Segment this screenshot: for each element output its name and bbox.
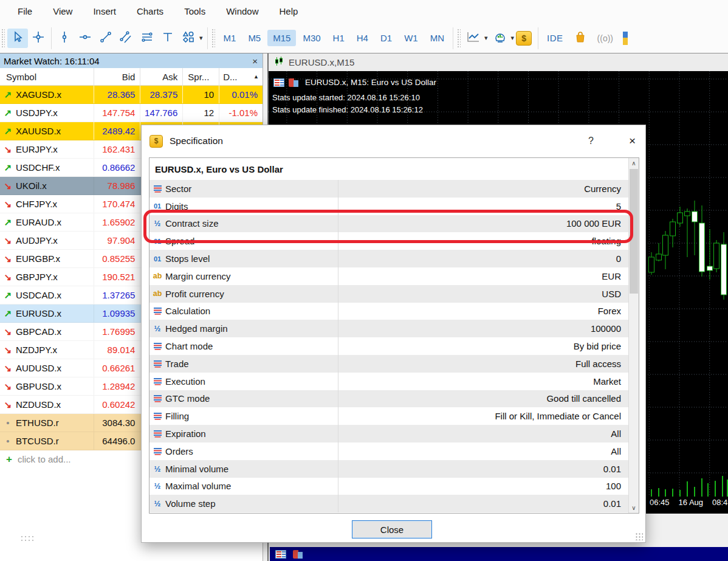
horizontal-line-tool-button[interactable] (75, 29, 95, 48)
chevron-down-icon[interactable]: ▾ (484, 34, 488, 42)
bid-cell: 3084.30 (94, 414, 141, 432)
crosshair-tool-button[interactable] (28, 29, 49, 48)
dialog-scrollbar[interactable]: ∧ ∨ (628, 158, 639, 513)
help-button[interactable]: ? (588, 136, 594, 146)
timeframe-mn-button[interactable]: MN (425, 30, 450, 46)
second-chart-titlebar[interactable] (270, 547, 728, 561)
tester-button[interactable] (490, 29, 510, 48)
market-watch-row[interactable]: ↗XAGUSD.x28.36528.375100.01% (0, 86, 263, 104)
column-symbol[interactable]: Symbol (0, 68, 94, 85)
cursor-tool-button[interactable] (7, 29, 28, 48)
spec-label: Spread (165, 236, 338, 246)
spec-row-chart-mode[interactable]: Chart modeBy bid price (149, 337, 628, 355)
menu-file[interactable]: File (7, 0, 43, 23)
timeframe-m30-button[interactable]: M30 (297, 30, 326, 46)
panel-resize-grip[interactable] (20, 535, 36, 543)
menu-help[interactable]: Help (269, 0, 309, 23)
list-icon (149, 394, 165, 402)
spec-row-gtc-mode[interactable]: GTC modeGood till cancelled (149, 390, 628, 408)
spec-row-minimal-volume[interactable]: ½Minimal volume0.01 (149, 460, 628, 478)
scroll-up-icon[interactable]: ∧ (629, 158, 639, 168)
spec-row-stops-level[interactable]: 01Stops level0 (149, 250, 628, 267)
close-icon[interactable]: × (252, 57, 258, 66)
chart-tab[interactable]: EURUSD.x,M15 (269, 53, 728, 71)
chart-type-button[interactable] (463, 29, 484, 48)
timeframe-h1-button[interactable]: H1 (328, 30, 350, 46)
toolbar-drag-handle[interactable] (457, 29, 461, 48)
bid-cell: 190.521 (94, 268, 141, 286)
spec-row-hedged-margin[interactable]: ½Hedged margin100000 (149, 320, 628, 337)
toolbar-drag-handle[interactable] (1, 29, 5, 48)
fraction-icon: ½ (149, 499, 165, 508)
shapes-tool-button[interactable] (178, 29, 199, 48)
column-bid[interactable]: Bid (94, 68, 141, 85)
spec-label: Minimal volume (165, 464, 338, 474)
dialog-titlebar[interactable]: $ Specification ? × (142, 125, 645, 157)
crosshair-icon (32, 30, 45, 46)
symbol-cell: GBPUSD.x (16, 377, 94, 395)
spec-label: GTC mode (165, 393, 338, 404)
spec-row-filling[interactable]: FillingFill or Kill, Immediate or Cancel (149, 407, 628, 425)
list-icon (149, 412, 165, 420)
time-axis[interactable]: 06:45 16 Aug 08:45 (650, 498, 728, 507)
symbol-cell: ETHUSD.r (16, 414, 94, 432)
menu-insert[interactable]: Insert (83, 0, 126, 23)
spec-row-spread[interactable]: 01Spreadfloating (149, 232, 628, 250)
timeframe-w1-button[interactable]: W1 (399, 30, 424, 46)
spec-row-calculation[interactable]: CalculationForex (149, 303, 628, 320)
column-spread[interactable]: Spr... (183, 68, 219, 85)
market-bag-button[interactable] (574, 30, 586, 46)
signals-button[interactable]: ((o)) (597, 33, 613, 43)
specification-icon: $ (149, 135, 163, 148)
spec-row-sector[interactable]: SectorCurrency (149, 180, 628, 198)
text-icon (161, 30, 174, 46)
bid-cell: 1.65902 (94, 213, 141, 231)
spec-row-volume-step[interactable]: ½Volume step0.01 (149, 495, 628, 512)
spec-row-contract-size[interactable]: ½Contract size100 000 EUR (149, 215, 628, 233)
spec-row-orders[interactable]: OrdersAll (149, 442, 628, 460)
menu-view[interactable]: View (43, 0, 83, 23)
trendline-tool-button[interactable] (95, 29, 116, 48)
close-button[interactable]: Close (352, 520, 432, 539)
toolbar-drag-handle[interactable] (211, 29, 215, 48)
text-tool-button[interactable] (157, 29, 178, 48)
close-icon[interactable]: × (629, 134, 636, 148)
menu-window[interactable]: Window (216, 0, 269, 23)
spec-row-trade[interactable]: TradeFull access (149, 355, 628, 373)
timeframe-m1-button[interactable]: M1 (218, 30, 242, 46)
spec-label: Chart mode (165, 341, 338, 351)
ask-cell: 147.766 (140, 104, 183, 122)
digits-icon: 01 (149, 202, 165, 210)
spec-row-margin-currency[interactable]: abMargin currencyEUR (149, 267, 628, 285)
ab-icon: ab (149, 289, 165, 298)
menu-charts[interactable]: Charts (126, 0, 174, 23)
spec-row-digits[interactable]: 01Digits5 (149, 198, 628, 215)
spec-row-profit-currency[interactable]: abProfit currencyUSD (149, 285, 628, 303)
channel-tool-button[interactable] (116, 29, 137, 48)
timeframe-m15-button[interactable]: M15 (267, 30, 296, 46)
chevron-down-icon[interactable]: ▾ (511, 34, 515, 42)
trend-up-icon: ↗ (0, 305, 16, 322)
bid-cell: 89.014 (94, 341, 141, 359)
scrollbar-thumb[interactable] (630, 169, 638, 294)
timeframe-h4-button[interactable]: H4 (351, 30, 374, 46)
spec-row-maximal-volume[interactable]: ½Maximal volume100 (149, 478, 628, 495)
menu-tools[interactable]: Tools (174, 0, 216, 23)
market-watch-row[interactable]: ↗USDJPY.x147.754147.76612-1.01% (0, 104, 263, 122)
spec-row-expiration[interactable]: ExpirationAll (149, 425, 628, 442)
scroll-down-icon[interactable]: ∨ (629, 503, 639, 513)
equidistant-channel-tool-button[interactable] (137, 29, 157, 48)
currency-pairs-button[interactable]: $ (516, 31, 532, 46)
timeframe-d1-button[interactable]: D1 (375, 30, 397, 46)
dialog-resize-grip[interactable] (635, 532, 643, 540)
column-ask[interactable]: Ask (140, 68, 183, 85)
vertical-line-tool-button[interactable] (54, 29, 75, 48)
chevron-down-icon[interactable]: ▾ (199, 34, 203, 42)
line-chart-icon (466, 30, 481, 46)
symbol-cell: CHFJPY.x (16, 195, 94, 213)
timeframe-m5-button[interactable]: M5 (242, 30, 266, 46)
column-daily[interactable]: D... ▲ (219, 68, 263, 85)
ide-button[interactable]: IDE (547, 33, 563, 43)
spec-row-execution[interactable]: ExecutionMarket (149, 373, 628, 390)
list-icon (149, 447, 165, 455)
